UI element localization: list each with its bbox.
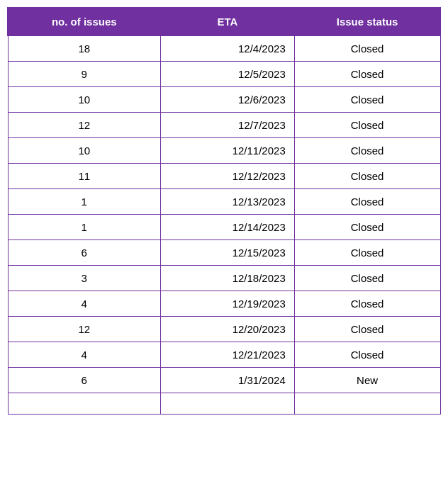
cell-status: Closed <box>294 291 440 317</box>
cell-eta: 12/19/2023 <box>160 291 294 317</box>
cell-eta: 12/6/2023 <box>160 87 294 113</box>
cell-eta: 12/18/2023 <box>160 266 294 291</box>
table-row: 1112/12/2023Closed <box>8 164 440 189</box>
cell-eta: 12/11/2023 <box>160 138 294 164</box>
cell-empty <box>294 393 440 415</box>
table-row: 412/19/2023Closed <box>8 291 440 317</box>
table-row: 612/15/2023Closed <box>8 240 440 266</box>
cell-eta: 12/21/2023 <box>160 342 294 368</box>
cell-status: Closed <box>294 87 440 113</box>
cell-issues: 4 <box>8 291 160 317</box>
cell-status: Closed <box>294 342 440 368</box>
cell-issues: 4 <box>8 342 160 368</box>
cell-eta: 12/13/2023 <box>160 189 294 215</box>
table-wrapper: no. of issues ETA Issue status 1812/4/20… <box>7 7 441 415</box>
table-row: 1012/11/2023Closed <box>8 138 440 164</box>
cell-eta: 12/7/2023 <box>160 113 294 138</box>
cell-eta: 1/31/2024 <box>160 368 294 393</box>
cell-status: Closed <box>294 62 440 87</box>
cell-issues: 10 <box>8 87 160 113</box>
cell-eta: 12/4/2023 <box>160 35 294 62</box>
cell-status: Closed <box>294 189 440 215</box>
table-row: 912/5/2023Closed <box>8 62 440 87</box>
cell-eta: 12/20/2023 <box>160 317 294 342</box>
table-empty-row <box>8 393 440 415</box>
cell-eta: 12/14/2023 <box>160 215 294 240</box>
cell-status: Closed <box>294 138 440 164</box>
table-header-row: no. of issues ETA Issue status <box>8 8 440 35</box>
table-row: 1212/20/2023Closed <box>8 317 440 342</box>
cell-eta: 12/12/2023 <box>160 164 294 189</box>
table-row: 412/21/2023Closed <box>8 342 440 368</box>
cell-issues: 1 <box>8 215 160 240</box>
cell-issues: 12 <box>8 317 160 342</box>
col-header-status: Issue status <box>294 8 440 35</box>
table-row: 112/13/2023Closed <box>8 189 440 215</box>
col-header-issues: no. of issues <box>8 8 160 35</box>
cell-issues: 10 <box>8 138 160 164</box>
cell-issues: 1 <box>8 189 160 215</box>
cell-eta: 12/15/2023 <box>160 240 294 266</box>
cell-status: Closed <box>294 317 440 342</box>
table-row: 112/14/2023Closed <box>8 215 440 240</box>
cell-issues: 3 <box>8 266 160 291</box>
cell-status: Closed <box>294 164 440 189</box>
cell-issues: 11 <box>8 164 160 189</box>
cell-status: Closed <box>294 35 440 62</box>
cell-status: Closed <box>294 266 440 291</box>
col-header-eta: ETA <box>160 8 294 35</box>
table-row: 1012/6/2023Closed <box>8 87 440 113</box>
cell-empty <box>160 393 294 415</box>
cell-issues: 18 <box>8 35 160 62</box>
table-row: 61/31/2024New <box>8 368 440 393</box>
issues-table: no. of issues ETA Issue status 1812/4/20… <box>7 7 441 415</box>
cell-status: New <box>294 368 440 393</box>
cell-status: Closed <box>294 113 440 138</box>
table-row: 1812/4/2023Closed <box>8 35 440 62</box>
cell-issues: 12 <box>8 113 160 138</box>
cell-issues: 9 <box>8 62 160 87</box>
cell-issues: 6 <box>8 240 160 266</box>
cell-status: Closed <box>294 215 440 240</box>
cell-empty <box>8 393 160 415</box>
table-row: 312/18/2023Closed <box>8 266 440 291</box>
cell-status: Closed <box>294 240 440 266</box>
cell-issues: 6 <box>8 368 160 393</box>
cell-eta: 12/5/2023 <box>160 62 294 87</box>
table-row: 1212/7/2023Closed <box>8 113 440 138</box>
